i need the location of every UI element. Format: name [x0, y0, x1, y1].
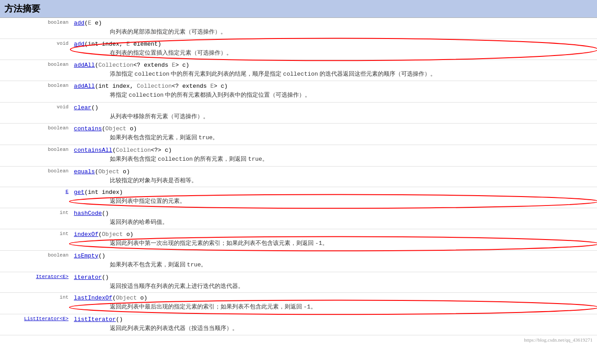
method-signature: add(E e) [74, 20, 594, 26]
return-type-cell: int [0, 293, 71, 314]
method-signature: listIterator() [74, 316, 594, 323]
table-row: voidadd(int index, E element)在列表的指定位置插入指… [0, 39, 597, 60]
table-row: booleanadd(E e)向列表的尾部添加指定的元素（可选操作）。 [0, 18, 597, 39]
method-description: 比较指定的对象与列表是否相等。 [74, 176, 594, 185]
return-type-cell: boolean [0, 123, 71, 145]
method-name-link[interactable]: lastIndexOf [74, 295, 112, 301]
method-name-link[interactable]: add [74, 20, 84, 26]
method-signature: contains(Object o) [74, 125, 594, 132]
method-content-cell: containsAll(Collection<?> c)如果列表包含指定 col… [71, 145, 597, 166]
table-row: inthashCode()返回列表的哈希码值。 [0, 208, 597, 229]
method-name-link[interactable]: indexOf [74, 231, 99, 238]
table-row: intlastIndexOf(Object o)返回此列表中最后出现的指定元素的… [0, 293, 597, 314]
method-name-link[interactable]: contains [74, 125, 102, 132]
method-name-link[interactable]: add [74, 41, 84, 47]
method-description: 如果列表包含指定的元素，则返回 true。 [74, 133, 594, 143]
method-content-cell: add(int index, E element)在列表的指定位置插入指定元素（… [71, 39, 597, 60]
return-type-cell: int [0, 208, 71, 229]
method-content-cell: addAll(int index, Collection<? extends E… [71, 81, 597, 103]
method-name-link[interactable]: containsAll [74, 147, 112, 154]
method-content-cell: contains(Object o)如果列表包含指定的元素，则返回 true。 [71, 123, 597, 145]
return-type-cell: void [0, 39, 71, 60]
table-row: booleanaddAll(Collection<? extends E> c)… [0, 60, 597, 81]
method-content-cell: clear()从列表中移除所有元素（可选操作）。 [71, 103, 597, 124]
return-type-link[interactable]: E [65, 189, 69, 194]
method-signature: lastIndexOf(Object o) [74, 295, 594, 301]
footer: https://blog.csdn.net/qq_43619271 [0, 335, 597, 344]
method-content-cell: iterator()返回按适当顺序在列表的元素上进行迭代的迭代器。 [71, 272, 597, 293]
table-row: booleanaddAll(int index, Collection<? ex… [0, 81, 597, 103]
method-signature: containsAll(Collection<?> c) [74, 147, 594, 154]
method-description: 向列表的尾部添加指定的元素（可选操作）。 [74, 27, 594, 37]
method-content-cell: equals(Object o)比较指定的对象与列表是否相等。 [71, 166, 597, 187]
method-description: 从列表中移除所有元素（可选操作）。 [74, 112, 594, 121]
method-name-link[interactable]: equals [74, 168, 95, 175]
table-row: Iterator<E>iterator()返回按适当顺序在列表的元素上进行迭代的… [0, 272, 597, 293]
method-description: 添加指定 collection 中的所有元素到此列表的结尾，顺序是指定 coll… [74, 69, 594, 79]
method-content-cell: hashCode()返回列表的哈希码值。 [71, 208, 597, 229]
return-type-cell: boolean [0, 250, 71, 272]
return-type-cell: boolean [0, 145, 71, 166]
method-name-link[interactable]: get [74, 189, 84, 196]
method-content-cell: lastIndexOf(Object o)返回此列表中最后出现的指定元素的索引；… [71, 293, 597, 314]
table-row: intindexOf(Object o)返回此列表中第一次出现的指定元素的索引；… [0, 229, 597, 250]
method-name-link[interactable]: iterator [74, 274, 102, 281]
method-signature: equals(Object o) [74, 168, 594, 175]
method-description: 将指定 collection 中的所有元素都插入到列表中的指定位置（可选操作）。 [74, 90, 594, 100]
method-content-cell: indexOf(Object o)返回此列表中第一次出现的指定元素的索引；如果此… [71, 229, 597, 250]
method-name-link[interactable]: addAll [74, 62, 95, 69]
page-title: 方法摘要 [0, 0, 597, 18]
return-type-cell: ListIterator<E> [0, 314, 71, 335]
method-description: 返回按适当顺序在列表的元素上进行迭代的迭代器。 [74, 282, 594, 291]
method-signature: isEmpty() [74, 253, 594, 259]
method-signature: indexOf(Object o) [74, 231, 594, 238]
method-description: 返回此列表中最后出现的指定元素的索引；如果列表不包含此元素，则返回 -1。 [74, 302, 594, 312]
method-signature: hashCode() [74, 210, 594, 217]
table-row: booleancontainsAll(Collection<?> c)如果列表包… [0, 145, 597, 166]
method-description: 如果列表包含指定 collection 的所有元素，则返回 true。 [74, 154, 594, 164]
return-type-cell: boolean [0, 166, 71, 187]
return-type-cell: Iterator<E> [0, 272, 71, 293]
method-signature: get(int index) [74, 189, 594, 196]
method-table: booleanadd(E e)向列表的尾部添加指定的元素（可选操作）。voida… [0, 18, 597, 335]
method-description: 返回此列表中第一次出现的指定元素的索引；如果此列表不包含该元素，则返回 -1。 [74, 239, 594, 248]
method-description: 在列表的指定位置插入指定元素（可选操作）。 [74, 48, 594, 58]
table-row: booleanisEmpty()如果列表不包含元素，则返回 true。 [0, 250, 597, 272]
method-name-link[interactable]: addAll [74, 83, 95, 90]
method-name-link[interactable]: hashCode [74, 210, 102, 217]
table-row: Eget(int index)返回列表中指定位置的元素。 [0, 187, 597, 208]
method-description: 返回列表的哈希码值。 [74, 218, 594, 227]
table-row: booleancontains(Object o)如果列表包含指定的元素，则返回… [0, 123, 597, 145]
return-type-cell: boolean [0, 60, 71, 81]
method-description: 如果列表不包含元素，则返回 true。 [74, 260, 594, 270]
method-content-cell: get(int index)返回列表中指定位置的元素。 [71, 187, 597, 208]
method-description: 返回此列表元素的列表迭代器（按适当当顺序）。 [74, 324, 594, 333]
method-name-link[interactable]: listIterator [74, 316, 116, 323]
return-type-cell: boolean [0, 18, 71, 39]
return-type-cell: E [0, 187, 71, 208]
table-row: voidclear()从列表中移除所有元素（可选操作）。 [0, 103, 597, 124]
method-content-cell: addAll(Collection<? extends E> c)添加指定 co… [71, 60, 597, 81]
method-signature: addAll(int index, Collection<? extends E… [74, 83, 594, 90]
method-signature: addAll(Collection<? extends E> c) [74, 62, 594, 69]
return-type-link[interactable]: Iterator<E> [36, 274, 69, 279]
method-name-link[interactable]: isEmpty [74, 253, 99, 259]
method-signature: add(int index, E element) [74, 41, 594, 47]
method-content-cell: listIterator()返回此列表元素的列表迭代器（按适当当顺序）。 [71, 314, 597, 335]
return-type-cell: void [0, 103, 71, 124]
return-type-link[interactable]: ListIterator<E> [24, 316, 69, 321]
page-wrapper: 方法摘要 booleanadd(E e)向列表的尾部添加指定的元素（可选操作）。… [0, 0, 597, 344]
method-content-cell: add(E e)向列表的尾部添加指定的元素（可选操作）。 [71, 18, 597, 39]
return-type-cell: boolean [0, 81, 71, 103]
method-signature: iterator() [74, 274, 594, 281]
method-signature: clear() [74, 104, 594, 111]
method-name-link[interactable]: clear [74, 104, 91, 111]
return-type-cell: int [0, 229, 71, 250]
table-row: ListIterator<E>listIterator()返回此列表元素的列表迭… [0, 314, 597, 335]
table-row: booleanequals(Object o)比较指定的对象与列表是否相等。 [0, 166, 597, 187]
method-content-cell: isEmpty()如果列表不包含元素，则返回 true。 [71, 250, 597, 272]
method-description: 返回列表中指定位置的元素。 [74, 197, 594, 206]
